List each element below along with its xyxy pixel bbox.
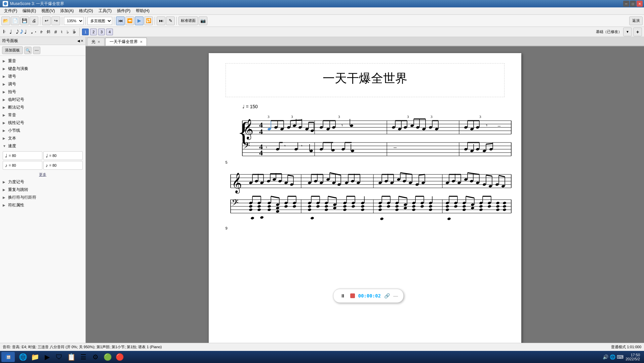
note-sym-natural[interactable]: ♮ <box>59 29 64 35</box>
svg-point-258 <box>471 203 474 206</box>
sidebar-item-lines[interactable]: ▶ 线性记号 <box>0 119 85 127</box>
sidebar-item-ornament[interactable]: ▶ 常音 <box>0 111 85 119</box>
taskbar-store[interactable]: ☰ <box>78 352 89 362</box>
taskbar-security[interactable]: 🛡 <box>54 352 65 362</box>
svg-point-227 <box>395 205 399 208</box>
taskbar-app2[interactable]: 🔴 <box>114 352 125 362</box>
reply-button[interactable]: 返演 <box>629 16 643 25</box>
sidebar-item-repeat[interactable]: ▶ 重复与跳转 <box>0 186 85 194</box>
note-preset-dropdown[interactable]: ▼ <box>623 28 632 36</box>
tab-guang[interactable]: 光 ✕ <box>87 38 105 46</box>
close-button[interactable]: ✕ <box>637 1 643 7</box>
note-sym-2[interactable]: ♩ <box>8 28 13 36</box>
sidebar-item-text[interactable]: ▶ 文本 <box>0 134 85 142</box>
undo-button[interactable]: ↩ <box>42 16 51 25</box>
tab-main-close[interactable]: ✕ <box>140 40 143 44</box>
search-button[interactable]: 🔍 <box>24 47 32 54</box>
sidebar-item-accent[interactable]: ▶ 重音 <box>0 57 85 65</box>
sidebar-item-barline[interactable]: ▶ 小节线 <box>0 127 85 134</box>
menu-plugins[interactable]: 插件(P) <box>114 7 133 14</box>
save-button[interactable]: 💾 <box>20 16 29 25</box>
link-icon[interactable]: 🔗 <box>384 293 390 298</box>
taskbar-clock[interactable]: 17:50 2022/5/2 <box>626 353 640 361</box>
play-end-button[interactable]: ⏭ <box>157 16 165 25</box>
sidebar-item-time[interactable]: ▶ 拍号 <box>0 88 85 96</box>
voice-1-button[interactable]: 1 <box>82 29 89 35</box>
sidebar-collapse-icon[interactable]: ◀ <box>77 39 80 43</box>
tempo-item-0[interactable]: ♩ = 80 <box>3 151 42 160</box>
more-options-button[interactable]: ⋯ <box>33 47 40 54</box>
dash-icon[interactable]: — <box>393 293 398 298</box>
sidebar-item-clef[interactable]: ▶ 谱号 <box>0 73 85 80</box>
note-sym-flat[interactable]: ♭ <box>65 29 70 35</box>
note-sym-slash[interactable]: 斜 <box>45 29 52 35</box>
play-rewind-button[interactable]: ⏮ <box>116 16 125 25</box>
play-loop-button[interactable]: 🔁 <box>144 16 153 25</box>
sidebar-item-tempo-label: 速度 <box>8 143 16 149</box>
svg-text:3: 3 <box>291 115 293 119</box>
menu-tools[interactable]: 工具(T) <box>96 7 114 14</box>
note-sym-6[interactable]: 𝅗 <box>30 28 32 36</box>
note-input-button[interactable]: ✎ <box>166 16 175 25</box>
add-panel-button[interactable]: 添加面板 <box>2 46 23 54</box>
voice-2-button[interactable]: 2 <box>90 29 97 35</box>
taskbar-settings[interactable]: ⚙ <box>90 352 101 362</box>
sidebar-item-breaks[interactable]: ▶ 换行符与行距符 <box>0 194 85 201</box>
sidebar-item-beam[interactable]: ▶ 符杠属性 <box>0 201 85 209</box>
note-sym-dot[interactable]: · <box>34 29 38 35</box>
stop-button[interactable] <box>350 293 355 298</box>
note-sym-1[interactable]: 𝄆 <box>2 29 7 35</box>
print-button[interactable]: 🖨 <box>30 16 38 25</box>
maximize-button[interactable]: □ <box>630 1 636 7</box>
tab-guang-close[interactable]: ✕ <box>97 40 100 44</box>
note-sym-dblflat[interactable]: 𝄫 <box>72 28 77 35</box>
svg-point-61 <box>350 124 353 127</box>
open-button[interactable]: 📂 <box>1 16 10 25</box>
menu-edit[interactable]: 编辑(E) <box>20 7 39 14</box>
sidebar-item-accidental[interactable]: ▶ 临时记号 <box>0 96 85 104</box>
zoom-select[interactable]: 135% 100% 150% 200% <box>64 17 84 25</box>
play-back-button[interactable]: ⏪ <box>125 16 134 25</box>
tempo-item-3[interactable]: ♪ = 80 <box>43 161 83 170</box>
menu-add[interactable]: 添加(A) <box>57 7 76 14</box>
note-preset-plus[interactable]: + <box>633 28 642 36</box>
camera-button[interactable]: 📷 <box>199 16 207 25</box>
note-sym-5[interactable]: ♩ <box>23 28 28 36</box>
tempo-grid: ♩ = 80 ♩ = 80 ♪ = 80 ♪ = 80 <box>0 150 85 171</box>
note-sym-4[interactable]: 𝅘𝅥𝅮 <box>19 28 22 36</box>
note-sym-sharp[interactable]: # <box>53 29 58 35</box>
sidebar-item-articulation[interactable]: ▶ 断法记号 <box>0 104 85 111</box>
tab-main[interactable]: 一天干爆全世界 ✕ <box>105 38 147 46</box>
taskbar-apps[interactable]: 📋 <box>66 352 77 362</box>
voice-3-button[interactable]: 3 <box>98 29 105 35</box>
sidebar-close-icon[interactable]: ✕ <box>81 39 83 43</box>
view-mode-select[interactable]: 多页视图 单页视图 <box>87 17 112 25</box>
voice-4-button[interactable]: 4 <box>106 29 113 35</box>
taskbar-browser[interactable]: 🌐 <box>17 352 28 362</box>
menu-help[interactable]: 帮助(H) <box>133 7 152 14</box>
tempo-item-2[interactable]: ♪ = 80 <box>3 161 42 170</box>
taskbar-media[interactable]: ▶ <box>42 352 52 362</box>
play-start-button[interactable]: ▶ <box>135 16 144 25</box>
new-button[interactable]: 📄 <box>11 16 19 25</box>
pause-button[interactable]: ⏸ <box>339 292 347 300</box>
menu-view[interactable]: 视图(V) <box>39 7 57 14</box>
menu-file[interactable]: 文件(F) <box>1 7 20 14</box>
sidebar-item-keyboard[interactable]: ▶ 键盘与演奏 <box>0 65 85 73</box>
tempo-item-1[interactable]: ♩ = 80 <box>43 151 83 160</box>
note-sym-tuplet[interactable]: fr <box>39 29 44 35</box>
sidebar-item-dynamics[interactable]: ▶ 力度记号 <box>0 178 85 186</box>
redo-button[interactable]: ↪ <box>51 16 60 25</box>
tempo-more-button[interactable]: 更多 <box>0 171 85 178</box>
sidebar-item-key[interactable]: ▶ 调号 <box>0 80 85 88</box>
sidebar-item-tempo[interactable]: ▼ 速度 <box>0 142 85 150</box>
minimize-button[interactable]: ─ <box>623 1 629 7</box>
titlebar: MuseScore 3: 一天干爆全世界 ─ □ ✕ <box>0 0 644 7</box>
note-sym-3[interactable]: 𝅘𝅥𝅮 <box>15 28 17 36</box>
menu-format[interactable]: 格式(O) <box>76 7 95 14</box>
taskbar-explorer[interactable]: 📁 <box>30 352 40 362</box>
score-area[interactable]: 一天干爆全世界 ♩ = 150 <box>86 46 644 343</box>
taskbar-app1[interactable]: 🟢 <box>102 352 113 362</box>
window-title: MuseScore 3: 一天干爆全世界 <box>10 1 641 7</box>
start-button[interactable]: 🪟 <box>1 352 15 362</box>
